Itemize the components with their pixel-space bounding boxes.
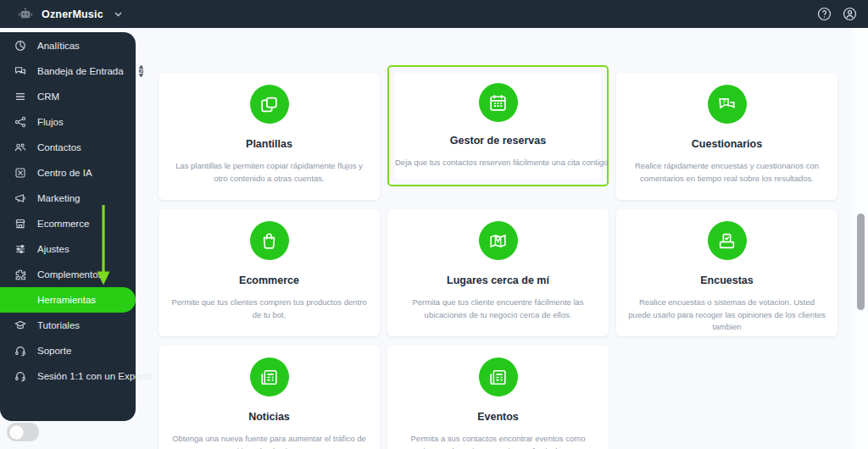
topbar: OznerMusic [0, 0, 868, 28]
card-icon-circle [479, 221, 518, 260]
people-icon [14, 141, 26, 153]
card-title: Ecommerce [170, 274, 368, 286]
sidebar-item-herramientas[interactable]: Herramientas [0, 287, 136, 313]
sidebar-collapse-toggle[interactable] [7, 423, 39, 441]
card-title: Noticias [170, 411, 368, 423]
highlight-selection-border: Gestor de reservas Deja que tus contacto… [387, 65, 609, 186]
card-description: Realice encuestas o sistemas de votacion… [628, 297, 826, 334]
card-noticias[interactable]: Noticias Obtenga una nueva fuente para a… [159, 346, 380, 449]
robot-icon [18, 7, 33, 22]
sidebar-item-label: Analíticas [37, 41, 80, 51]
card-icon-circle [479, 358, 518, 396]
sidebar-item-ecommerce[interactable]: Ecommerce [0, 211, 136, 236]
sidebar-item-label: Complementos [37, 269, 103, 280]
scrollbar-thumb[interactable] [857, 213, 865, 310]
toggle-knob [9, 425, 24, 440]
card-description: Obtenga una nueva fuente para aumentar e… [170, 433, 368, 449]
sidebar-item-label: Tutoriales [37, 320, 80, 330]
sidebar-item-tutoriales[interactable]: Tutoriales [0, 313, 136, 338]
card-icon-circle [250, 221, 289, 260]
puzzle-icon [14, 269, 26, 280]
inbox-count-badge: 2 [139, 65, 143, 77]
card-title: Eventos [399, 411, 597, 423]
sidebar-item-centro-de-ia[interactable]: Centro de IA [0, 160, 136, 186]
card-icon-circle [250, 358, 289, 396]
sidebar-item-label: Soporte [37, 346, 71, 356]
sidebar-item-label: CRM [37, 91, 59, 102]
headset-icon [14, 370, 26, 382]
newspaper-icon [259, 367, 280, 388]
sidebar-item-bandeja-de-entrada[interactable]: Bandeja de Entrada 2 [0, 58, 136, 84]
question-chat-icon: ? [716, 94, 737, 115]
ballot-box-icon [716, 230, 737, 252]
sidebar-item-label: Ajustes [37, 244, 70, 254]
shopping-bag-icon [259, 230, 280, 252]
card-description: Permita que tus cliente encuentre fácilm… [399, 297, 597, 321]
sidebar-item-contactos[interactable]: Contactos [0, 135, 136, 160]
sidebar-item-label: Bandeja de Entrada [37, 66, 124, 76]
ai-box-icon [14, 167, 26, 179]
card-cuestionarios[interactable]: ? Cuestionarios Realice rápidamente encu… [616, 73, 837, 200]
topbar-actions [817, 7, 857, 21]
sidebar-item-label: Flujos [37, 117, 64, 127]
card-lugares-cerca-de-mi[interactable]: Lugares cerca de mí Permita que tus clie… [387, 209, 609, 336]
card-title: Encuestas [628, 274, 826, 286]
card-title: Lugares cerca de mí [399, 274, 597, 286]
sidebar: Analíticas Bandeja de Entrada 2 CRM Fluj… [0, 32, 136, 421]
card-plantillas[interactable]: Plantillas Las plantillas le permiten co… [159, 73, 380, 200]
copy-icon [259, 94, 280, 115]
sidebar-item-label: Ecommerce [37, 219, 89, 229]
chat-bubbles-icon [14, 65, 26, 77]
card-description: Realice rápidamente encuestas y cuestion… [628, 160, 826, 185]
sidebar-item-crm[interactable]: CRM [0, 84, 136, 109]
card-eventos[interactable]: Eventos Permita a sus contactos encontra… [387, 346, 609, 449]
card-description: Permita a sus contactos encontrar evento… [399, 433, 597, 449]
tools-grid: Plantillas Las plantillas le permiten co… [159, 73, 837, 449]
help-icon[interactable] [817, 7, 832, 21]
card-description: Las plantillas le permiten copiar rápida… [170, 160, 368, 185]
share-nodes-icon [14, 116, 26, 128]
map-pin-icon [487, 230, 509, 252]
card-encuestas[interactable]: Encuestas Realice encuestas o sistemas d… [616, 209, 837, 336]
sidebar-item-ajustes[interactable]: Ajustes [0, 236, 136, 262]
sidebar-item-soporte[interactable]: Soporte [0, 338, 136, 363]
sidebar-item-label: Contactos [37, 142, 81, 152]
card-title: Plantillas [170, 138, 368, 150]
workspace-switcher[interactable]: OznerMusic [18, 7, 122, 22]
card-description: Deja que tus contactos reserven fácilmen… [395, 157, 601, 169]
sidebar-item-sesion-experto[interactable]: Sesión 1:1 con un Experto [0, 363, 136, 389]
graduation-cap-icon [14, 319, 26, 331]
sidebar-item-label: Marketing [37, 193, 81, 203]
card-icon-circle [479, 83, 518, 122]
card-title: Gestor de reservas [400, 135, 596, 147]
menu-icon [14, 91, 26, 103]
card-icon-circle [250, 85, 289, 124]
sidebar-item-flujos[interactable]: Flujos [0, 109, 136, 135]
pie-chart-icon [14, 40, 26, 52]
chevron-down-icon [114, 12, 122, 17]
sidebar-item-label: Centro de IA [37, 168, 92, 178]
scrollbar-track[interactable] [852, 28, 868, 449]
megaphone-icon [14, 192, 26, 204]
card-description: Permite que tus clientes compren tus pro… [170, 297, 368, 321]
card-icon-circle: ? [708, 85, 747, 124]
sidebar-item-marketing[interactable]: Marketing [0, 186, 136, 211]
card-ecommerce[interactable]: Ecommerce Permite que tus clientes compr… [159, 209, 380, 336]
tools-panel: Plantillas Las plantillas le permiten co… [136, 28, 868, 449]
calendar-icon [487, 92, 509, 114]
card-gestor-de-reservas[interactable]: Gestor de reservas Deja que tus contacto… [395, 73, 601, 179]
sidebar-item-analiticas[interactable]: Analíticas [0, 33, 136, 58]
svg-text:?: ? [722, 97, 726, 105]
sliders-icon [14, 243, 26, 255]
newspaper-icon [487, 367, 509, 388]
sidebar-item-label: Sesión 1:1 con un Experto [37, 371, 152, 381]
headset-icon [14, 345, 26, 357]
account-icon[interactable] [843, 7, 857, 21]
workspace-name: OznerMusic [42, 8, 103, 20]
storefront-icon [14, 218, 26, 230]
sidebar-item-label: Herramientas [37, 295, 96, 305]
card-icon-circle [708, 221, 747, 260]
card-title: Cuestionarios [628, 138, 826, 150]
sidebar-item-complementos[interactable]: Complementos [0, 262, 136, 287]
